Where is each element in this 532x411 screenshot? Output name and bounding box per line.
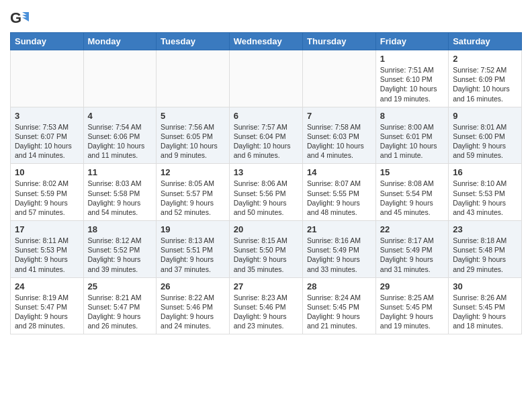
day-number: 27 — [234, 281, 298, 291]
day-info: Sunset: 5:47 PM — [15, 302, 79, 312]
calendar-cell: 26Sunrise: 8:22 AMSunset: 5:46 PMDayligh… — [157, 277, 230, 334]
calendar-cell: 25Sunrise: 8:21 AMSunset: 5:47 PMDayligh… — [83, 277, 157, 334]
day-info: Sunrise: 7:56 AM — [161, 122, 225, 132]
day-number: 13 — [234, 167, 298, 177]
calendar-cell: 2Sunrise: 7:52 AMSunset: 6:09 PMDaylight… — [449, 50, 522, 107]
calendar-week-row: 3Sunrise: 7:53 AMSunset: 6:07 PMDaylight… — [11, 107, 522, 164]
calendar-cell: 10Sunrise: 8:02 AMSunset: 5:59 PMDayligh… — [11, 164, 84, 221]
day-number: 16 — [453, 167, 517, 177]
day-info: Daylight: 9 hours and 26 minutes. — [88, 312, 152, 330]
calendar-cell: 3Sunrise: 7:53 AMSunset: 6:07 PMDaylight… — [11, 107, 84, 164]
day-number: 29 — [380, 281, 444, 291]
calendar-cell: 6Sunrise: 7:57 AMSunset: 6:04 PMDaylight… — [229, 107, 302, 164]
calendar-cell: 24Sunrise: 8:19 AMSunset: 5:47 PMDayligh… — [11, 277, 84, 334]
day-info: Sunrise: 8:23 AM — [234, 293, 298, 302]
calendar-week-row: 1Sunrise: 7:51 AMSunset: 6:10 PMDaylight… — [11, 50, 522, 107]
day-info: Sunset: 5:47 PM — [88, 302, 152, 312]
day-info: Sunrise: 8:07 AM — [307, 179, 371, 188]
calendar-cell: 9Sunrise: 8:01 AMSunset: 6:00 PMDaylight… — [449, 107, 522, 164]
day-number: 30 — [453, 281, 517, 291]
day-number: 4 — [88, 111, 152, 121]
day-info: Sunset: 5:49 PM — [380, 245, 444, 255]
day-info: Sunset: 5:53 PM — [453, 189, 517, 198]
day-number: 28 — [307, 281, 371, 291]
calendar-cell: 19Sunrise: 8:13 AMSunset: 5:51 PMDayligh… — [157, 221, 230, 278]
day-info: Sunset: 5:58 PM — [88, 189, 152, 198]
day-info: Sunrise: 8:10 AM — [453, 179, 517, 188]
day-info: Sunset: 5:45 PM — [380, 302, 444, 312]
day-number: 20 — [234, 224, 298, 234]
day-info: Sunrise: 8:02 AM — [15, 179, 79, 188]
calendar-cell: 17Sunrise: 8:11 AMSunset: 5:53 PMDayligh… — [11, 221, 84, 278]
day-info: Daylight: 10 hours and 19 minutes. — [380, 84, 444, 103]
day-number: 23 — [453, 224, 517, 234]
calendar-cell: 11Sunrise: 8:03 AMSunset: 5:58 PMDayligh… — [83, 164, 157, 221]
calendar-cell: 28Sunrise: 8:24 AMSunset: 5:45 PMDayligh… — [303, 277, 376, 334]
day-info: Sunrise: 8:22 AM — [161, 293, 225, 302]
day-number: 2 — [453, 54, 517, 64]
day-info: Sunset: 6:06 PM — [88, 132, 152, 141]
day-info: Daylight: 10 hours and 6 minutes. — [234, 141, 298, 160]
calendar-cell: 20Sunrise: 8:15 AMSunset: 5:50 PMDayligh… — [229, 221, 302, 278]
day-info: Daylight: 10 hours and 9 minutes. — [161, 141, 225, 160]
day-info: Daylight: 9 hours and 45 minutes. — [380, 198, 444, 217]
day-info: Sunset: 5:49 PM — [307, 245, 371, 255]
day-info: Daylight: 10 hours and 4 minutes. — [307, 141, 371, 160]
day-info: Sunset: 5:53 PM — [15, 245, 79, 255]
weekday-header: Thursday — [303, 33, 376, 50]
header: G — [10, 7, 522, 28]
calendar-cell: 18Sunrise: 8:12 AMSunset: 5:52 PMDayligh… — [83, 221, 157, 278]
calendar-cell: 30Sunrise: 8:26 AMSunset: 5:45 PMDayligh… — [449, 277, 522, 334]
day-info: Sunrise: 7:54 AM — [88, 122, 152, 132]
day-info: Daylight: 9 hours and 39 minutes. — [88, 255, 152, 273]
calendar-cell: 12Sunrise: 8:05 AMSunset: 5:57 PMDayligh… — [157, 164, 230, 221]
day-info: Daylight: 10 hours and 16 minutes. — [453, 84, 517, 103]
weekday-header: Saturday — [449, 33, 522, 50]
day-info: Sunrise: 7:52 AM — [453, 65, 517, 75]
logo-icon: G — [10, 9, 29, 28]
day-info: Daylight: 9 hours and 48 minutes. — [307, 198, 371, 217]
day-info: Daylight: 9 hours and 33 minutes. — [307, 255, 371, 273]
day-info: Sunset: 6:09 PM — [453, 75, 517, 84]
day-info: Sunrise: 8:03 AM — [88, 179, 152, 188]
day-info: Sunrise: 7:58 AM — [307, 122, 371, 132]
weekday-header: Friday — [375, 33, 448, 50]
day-info: Sunset: 6:10 PM — [380, 75, 444, 84]
calendar-cell: 5Sunrise: 7:56 AMSunset: 6:05 PMDaylight… — [157, 107, 230, 164]
day-info: Sunrise: 8:21 AM — [88, 293, 152, 302]
day-info: Daylight: 9 hours and 18 minutes. — [453, 312, 517, 330]
day-info: Sunset: 5:56 PM — [234, 189, 298, 198]
day-info: Sunset: 5:46 PM — [161, 302, 225, 312]
calendar-cell: 21Sunrise: 8:16 AMSunset: 5:49 PMDayligh… — [303, 221, 376, 278]
day-number: 5 — [161, 111, 225, 121]
day-info: Daylight: 9 hours and 23 minutes. — [234, 312, 298, 330]
day-info: Sunrise: 7:57 AM — [234, 122, 298, 132]
day-info: Daylight: 9 hours and 24 minutes. — [161, 312, 225, 330]
day-info: Sunrise: 7:53 AM — [15, 122, 79, 132]
calendar-week-row: 24Sunrise: 8:19 AMSunset: 5:47 PMDayligh… — [11, 277, 522, 334]
calendar-cell: 13Sunrise: 8:06 AMSunset: 5:56 PMDayligh… — [229, 164, 302, 221]
svg-text:G: G — [10, 9, 21, 26]
calendar-cell — [11, 50, 84, 107]
day-info: Sunrise: 8:11 AM — [15, 236, 79, 245]
day-info: Sunrise: 8:19 AM — [15, 293, 79, 302]
day-info: Sunrise: 8:01 AM — [453, 122, 517, 132]
day-info: Sunrise: 8:26 AM — [453, 293, 517, 302]
day-number: 17 — [15, 224, 79, 234]
calendar-cell: 14Sunrise: 8:07 AMSunset: 5:55 PMDayligh… — [303, 164, 376, 221]
day-number: 25 — [88, 281, 152, 291]
day-info: Sunset: 5:46 PM — [234, 302, 298, 312]
day-info: Sunrise: 8:00 AM — [380, 122, 444, 132]
day-info: Sunset: 5:45 PM — [453, 302, 517, 312]
day-info: Sunset: 5:54 PM — [380, 189, 444, 198]
calendar-cell — [303, 50, 376, 107]
calendar-week-row: 17Sunrise: 8:11 AMSunset: 5:53 PMDayligh… — [11, 221, 522, 278]
weekday-header-row: SundayMondayTuesdayWednesdayThursdayFrid… — [11, 33, 522, 50]
day-info: Sunset: 5:57 PM — [161, 189, 225, 198]
day-number: 14 — [307, 167, 371, 177]
day-info: Daylight: 10 hours and 14 minutes. — [15, 141, 79, 160]
day-info: Sunrise: 8:05 AM — [161, 179, 225, 188]
day-number: 26 — [161, 281, 225, 291]
calendar-cell: 23Sunrise: 8:18 AMSunset: 5:48 PMDayligh… — [449, 221, 522, 278]
calendar-cell: 27Sunrise: 8:23 AMSunset: 5:46 PMDayligh… — [229, 277, 302, 334]
